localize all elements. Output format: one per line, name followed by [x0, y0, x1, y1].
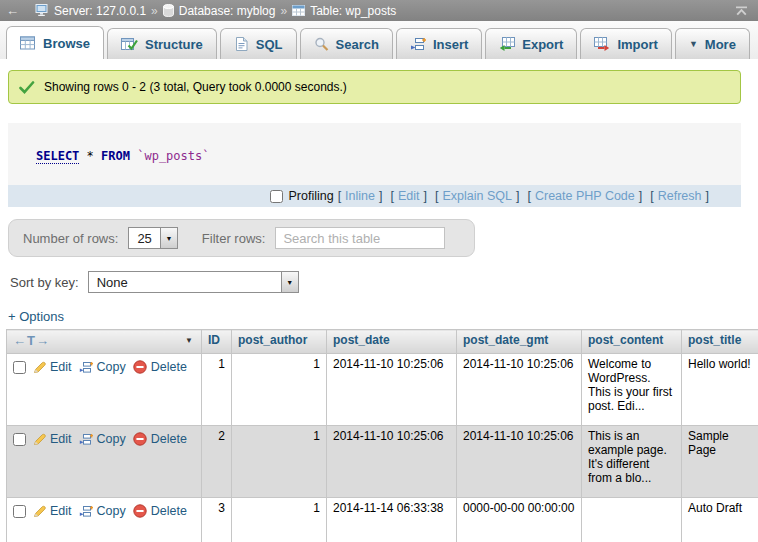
- sort-by-key-label: Sort by key:: [10, 275, 79, 290]
- tab-export[interactable]: Export: [485, 28, 577, 59]
- column-header-post-content[interactable]: post_content: [582, 330, 682, 354]
- edit-row-link[interactable]: Edit: [33, 432, 72, 446]
- cell-id: 3: [202, 498, 232, 542]
- rows-per-page-select[interactable]: 25 ▼: [128, 227, 177, 249]
- filter-rows-label: Filter rows:: [202, 231, 266, 246]
- delete-icon: [133, 504, 147, 518]
- sort-by-key-select[interactable]: None ▼: [88, 271, 299, 293]
- tab-insert[interactable]: Insert: [396, 28, 482, 59]
- profiling-label: Profiling: [288, 189, 333, 203]
- row-checkbox[interactable]: [13, 433, 26, 446]
- cell-post-author: 1: [232, 498, 327, 542]
- profiling-checkbox[interactable]: [270, 190, 283, 203]
- bracket: ]: [706, 189, 709, 203]
- sql-keyword-select[interactable]: SELECT: [36, 149, 79, 163]
- breadcrumb-database-label: Database: myblog: [179, 4, 276, 18]
- bracket: ]: [379, 189, 382, 203]
- sql-star: *: [87, 149, 94, 163]
- chevron-down-icon[interactable]: ▼: [185, 336, 193, 345]
- bracket: [: [527, 189, 530, 203]
- tab-search-label: Search: [336, 37, 379, 52]
- copy-row-link[interactable]: Copy: [79, 360, 126, 374]
- explain-sql-link[interactable]: Explain SQL: [442, 189, 511, 203]
- delete-icon: [133, 360, 147, 374]
- tab-sql[interactable]: SQL: [220, 28, 297, 59]
- bracket: [: [650, 189, 653, 203]
- table-icon: [292, 5, 305, 16]
- column-header-post-title[interactable]: post_title: [682, 330, 758, 354]
- results-table: ←T→ ▼ ID post_author post_date post_date…: [6, 329, 758, 542]
- breadcrumb-separator: »: [280, 4, 287, 18]
- export-icon: [499, 37, 515, 52]
- back-arrow-icon[interactable]: ←: [6, 3, 19, 18]
- filter-rows-input[interactable]: [275, 227, 445, 249]
- column-header-actions[interactable]: ←T→ ▼: [7, 330, 202, 354]
- create-php-code-link[interactable]: Create PHP Code: [535, 189, 635, 203]
- cell-post-title: Auto Draft: [682, 498, 758, 542]
- copy-row-link[interactable]: Copy: [79, 432, 126, 446]
- cell-post-author: 1: [232, 426, 327, 498]
- tab-export-label: Export: [522, 37, 563, 52]
- pencil-icon: [33, 433, 46, 446]
- edit-row-link[interactable]: Edit: [33, 504, 72, 518]
- column-order-icon[interactable]: ←T→: [13, 333, 50, 348]
- inline-link[interactable]: Inline: [345, 189, 375, 203]
- rows-filter-panel: Number of rows: 25 ▼ Filter rows:: [8, 219, 475, 257]
- tab-browse-label: Browse: [43, 36, 90, 51]
- copy-icon: [79, 433, 93, 446]
- status-message-text: Showing rows 0 - 2 (3 total, Query took …: [44, 80, 347, 94]
- chevron-down-icon: ▼: [689, 39, 698, 49]
- breadcrumb-table[interactable]: Table: wp_posts: [292, 4, 396, 18]
- cell-post-date: 2014-11-10 10:25:06: [327, 354, 457, 426]
- bracket: [: [390, 189, 393, 203]
- cell-post-content: [582, 498, 682, 542]
- delete-row-link[interactable]: Delete: [133, 360, 187, 374]
- cell-id: 2: [202, 426, 232, 498]
- sql-query: SELECT * FROM `wp_posts`: [8, 123, 741, 185]
- success-check-icon: [19, 81, 35, 94]
- tab-browse[interactable]: Browse: [6, 26, 104, 59]
- tab-bar: Browse Structure SQL Search: [0, 21, 758, 59]
- sort-by-key-row: Sort by key: None ▼: [10, 271, 758, 293]
- tab-sql-label: SQL: [256, 37, 283, 52]
- edit-row-link[interactable]: Edit: [33, 360, 72, 374]
- insert-icon: [410, 37, 426, 51]
- bracket: ]: [516, 189, 519, 203]
- cell-post-date: 2014-11-14 06:33:38: [327, 498, 457, 542]
- options-toggle[interactable]: + Options: [8, 309, 64, 324]
- collapse-icon[interactable]: [735, 6, 748, 16]
- cell-post-date-gmt: 2014-11-10 10:25:06: [457, 354, 582, 426]
- table-row: Edit Copy Delete: [7, 426, 758, 498]
- breadcrumb-table-label: Table: wp_posts: [310, 4, 396, 18]
- column-header-id[interactable]: ID: [202, 330, 232, 354]
- tab-search[interactable]: Search: [300, 28, 393, 59]
- cell-id: 1: [202, 354, 232, 426]
- tab-structure[interactable]: Structure: [107, 28, 217, 59]
- sql-toolbar: Profiling [Inline] [Edit] [Explain SQL] …: [8, 185, 741, 207]
- tab-structure-label: Structure: [145, 37, 203, 52]
- cell-post-content: This is an example page. It's different …: [582, 426, 682, 498]
- copy-icon: [79, 505, 93, 518]
- column-header-post-date-gmt[interactable]: post_date_gmt: [457, 330, 582, 354]
- copy-row-link[interactable]: Copy: [79, 504, 126, 518]
- tab-import[interactable]: Import: [580, 28, 671, 59]
- pencil-icon: [33, 505, 46, 518]
- row-checkbox[interactable]: [13, 361, 26, 374]
- delete-row-link[interactable]: Delete: [133, 504, 187, 518]
- browse-icon: [20, 36, 36, 50]
- refresh-link[interactable]: Refresh: [658, 189, 702, 203]
- tab-more[interactable]: ▼ More: [675, 28, 750, 59]
- column-header-post-author[interactable]: post_author: [232, 330, 327, 354]
- cell-post-content: Welcome to WordPress. This is your first…: [582, 354, 682, 426]
- column-header-post-date[interactable]: post_date: [327, 330, 457, 354]
- number-of-rows-label: Number of rows:: [23, 231, 118, 246]
- delete-row-link[interactable]: Delete: [133, 432, 187, 446]
- table-row: Edit Copy Delete: [7, 498, 758, 542]
- structure-icon: [121, 37, 138, 51]
- row-checkbox[interactable]: [13, 505, 26, 518]
- edit-query-link[interactable]: Edit: [398, 189, 420, 203]
- breadcrumb-server-label: Server: 127.0.0.1: [54, 4, 146, 18]
- breadcrumb-server[interactable]: Server: 127.0.0.1: [35, 4, 146, 18]
- table-row: Edit Copy Delete: [7, 354, 758, 426]
- breadcrumb-database[interactable]: Database: myblog: [163, 4, 276, 18]
